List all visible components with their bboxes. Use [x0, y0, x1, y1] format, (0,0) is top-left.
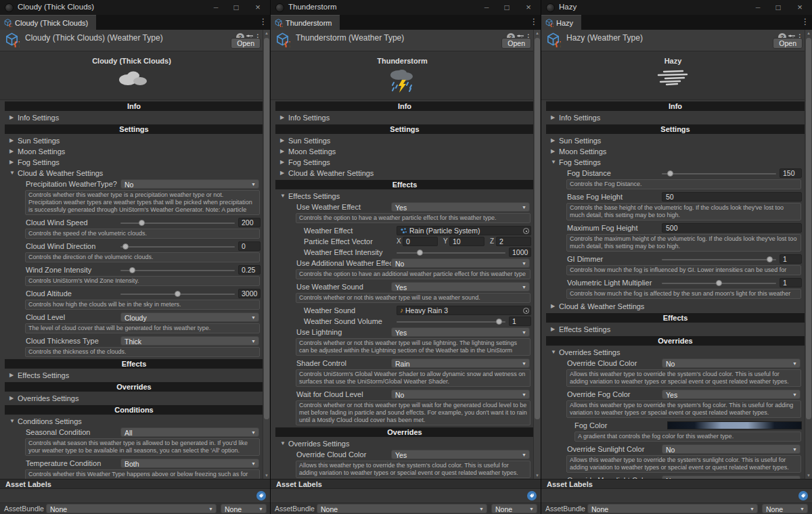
- foldout[interactable]: ▶Cloud & Weather Settings: [541, 301, 805, 312]
- slider-value-field[interactable]: 0: [238, 241, 261, 251]
- slider-value-field[interactable]: 1: [509, 317, 531, 326]
- slider-knob[interactable]: [417, 250, 423, 256]
- foldout[interactable]: ▼Fog Settings: [541, 157, 805, 168]
- dropdown[interactable]: Rain▼: [391, 358, 530, 368]
- dropdown[interactable]: Yes▼: [391, 450, 530, 459]
- foldout[interactable]: ▼Cloud & Weather Settings: [0, 168, 263, 179]
- assetbundle-dropdown[interactable]: None▼: [317, 504, 487, 513]
- close-button[interactable]: ×: [251, 1, 265, 14]
- text-field[interactable]: 500: [662, 223, 802, 233]
- object-field[interactable]: Rain (Particle System): [397, 226, 531, 235]
- maximize-button[interactable]: □: [771, 1, 785, 14]
- foldout[interactable]: ▼Effects Settings: [271, 191, 534, 202]
- foldout[interactable]: ▼Conditions Settings: [0, 416, 263, 427]
- slider-knob[interactable]: [122, 243, 129, 250]
- gradient-field[interactable]: [667, 421, 802, 429]
- foldout[interactable]: ▼Overrides Settings: [271, 438, 534, 449]
- dropdown[interactable]: Yes▼: [391, 327, 530, 337]
- foldout[interactable]: ▶Fog Settings: [271, 157, 534, 168]
- slider-track[interactable]: [120, 270, 235, 271]
- slider-value-field[interactable]: 0.25: [238, 265, 261, 275]
- asset-label-tag-icon[interactable]: [527, 491, 537, 500]
- slider-knob[interactable]: [175, 291, 181, 297]
- slider-track[interactable]: [662, 283, 776, 284]
- foldout[interactable]: ▶Cloud & Weather Settings: [271, 168, 534, 179]
- assetbundle-dropdown[interactable]: None▼: [587, 504, 758, 513]
- asset-label-tag-icon[interactable]: [256, 491, 266, 500]
- open-button[interactable]: Open: [501, 38, 531, 49]
- foldout[interactable]: ▼Overrides Settings: [541, 347, 805, 358]
- close-button[interactable]: ×: [522, 1, 535, 14]
- tab-thunderstorm[interactable]: {}Thunderstorm: [271, 15, 340, 30]
- window-titlebar[interactable]: Thunderstorm–□×: [271, 0, 541, 15]
- scrollbar[interactable]: ▲▼: [805, 30, 812, 479]
- scroll-down-icon[interactable]: ▼: [534, 473, 541, 477]
- window-titlebar[interactable]: Hazy–□×: [541, 0, 812, 15]
- slider-value-field[interactable]: 150: [780, 168, 802, 178]
- slider-track[interactable]: [120, 246, 235, 248]
- slider-knob[interactable]: [767, 256, 773, 262]
- dropdown[interactable]: Thick▼: [120, 336, 259, 346]
- minimize-button[interactable]: –: [751, 1, 765, 14]
- slider-knob[interactable]: [139, 220, 145, 226]
- dropdown[interactable]: No▼: [120, 179, 259, 189]
- foldout[interactable]: ▶Sun Settings: [541, 135, 805, 146]
- slider-track[interactable]: [397, 321, 505, 323]
- scroll-down-icon[interactable]: ▼: [805, 473, 812, 477]
- foldout[interactable]: ▶Info Settings: [0, 112, 263, 123]
- scrollbar-thumb[interactable]: [806, 38, 811, 419]
- assetbundle-dropdown[interactable]: None▼: [46, 504, 217, 513]
- assetbundle-variant-dropdown[interactable]: None▼: [491, 504, 537, 513]
- foldout[interactable]: ▶Moon Settings: [0, 146, 263, 157]
- foldout[interactable]: ▶Effects Settings: [0, 370, 263, 381]
- scrollbar-thumb[interactable]: [535, 38, 540, 419]
- scrollbar-thumb[interactable]: [264, 38, 269, 419]
- foldout[interactable]: ▶Sun Settings: [271, 135, 534, 146]
- slider-knob[interactable]: [716, 280, 722, 286]
- minimize-button[interactable]: –: [209, 1, 223, 14]
- slider-value-field[interactable]: 200: [238, 218, 261, 227]
- asset-label-tag-icon[interactable]: [798, 491, 808, 500]
- object-picker-icon[interactable]: [523, 308, 529, 314]
- dropdown[interactable]: No▼: [662, 444, 800, 454]
- foldout[interactable]: ▶Effects Settings: [541, 324, 805, 335]
- tab-kebab-menu-icon[interactable]: ⋮: [801, 17, 809, 26]
- tab-kebab-menu-icon[interactable]: ⋮: [530, 17, 538, 26]
- slider-knob[interactable]: [667, 170, 673, 177]
- foldout[interactable]: ▶Fog Settings: [0, 157, 263, 168]
- slider-track[interactable]: [397, 252, 505, 254]
- scroll-up-icon[interactable]: ▲: [534, 31, 541, 35]
- window-titlebar[interactable]: Cloudy (Thick Clouds)–□×: [0, 0, 270, 15]
- open-button[interactable]: Open: [231, 38, 261, 49]
- dropdown[interactable]: Yes▼: [391, 202, 530, 212]
- foldout[interactable]: ▶Overrides Settings: [0, 393, 263, 404]
- dropdown[interactable]: No▼: [391, 258, 530, 268]
- slider-track[interactable]: [662, 173, 776, 174]
- vector-field-x[interactable]: 0: [403, 237, 438, 246]
- foldout[interactable]: ▶Info Settings: [271, 112, 534, 123]
- slider-track[interactable]: [120, 223, 235, 224]
- object-field[interactable]: ♪Heavy Rain 3: [397, 306, 531, 315]
- text-field[interactable]: 50: [662, 192, 802, 202]
- dropdown[interactable]: Cloudy▼: [120, 312, 259, 322]
- slider-track[interactable]: [662, 259, 776, 260]
- minimize-button[interactable]: –: [480, 1, 493, 14]
- slider-value-field[interactable]: 1000: [509, 248, 531, 257]
- slider-value-field[interactable]: 1: [780, 278, 802, 287]
- dropdown[interactable]: All▼: [120, 427, 259, 437]
- tab-kebab-menu-icon[interactable]: ⋮: [259, 17, 267, 26]
- scroll-up-icon[interactable]: ▲: [263, 31, 270, 35]
- scroll-down-icon[interactable]: ▼: [263, 473, 270, 477]
- object-picker-icon[interactable]: [523, 228, 529, 234]
- slider-value-field[interactable]: 3000: [238, 289, 261, 298]
- assetbundle-variant-dropdown[interactable]: None▼: [221, 504, 267, 513]
- scrollbar[interactable]: ▲▼: [263, 30, 270, 479]
- foldout[interactable]: ▶Moon Settings: [541, 146, 805, 157]
- dropdown[interactable]: Both▼: [120, 459, 259, 468]
- scroll-up-icon[interactable]: ▲: [805, 31, 812, 35]
- vector-field-z[interactable]: 2: [496, 237, 531, 246]
- slider-knob[interactable]: [496, 319, 502, 325]
- close-button[interactable]: ×: [793, 1, 807, 14]
- open-button[interactable]: Open: [773, 38, 803, 49]
- assetbundle-variant-dropdown[interactable]: None▼: [762, 504, 808, 513]
